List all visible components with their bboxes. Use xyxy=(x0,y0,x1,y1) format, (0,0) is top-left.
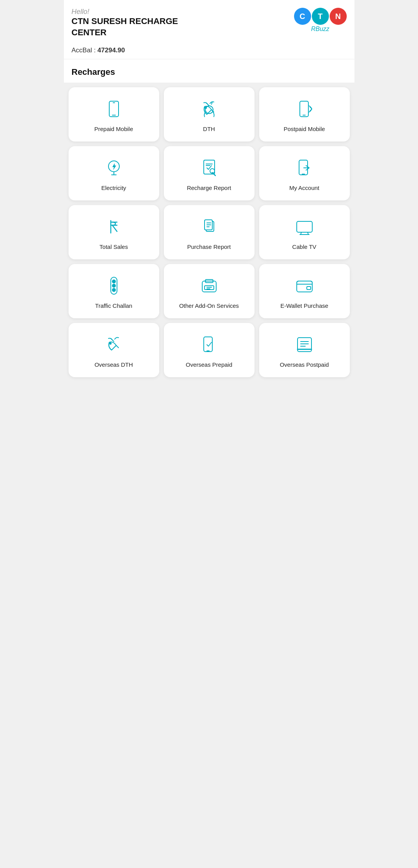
grid-item-cable-tv[interactable]: Cable TV xyxy=(259,205,350,259)
svg-point-36 xyxy=(112,288,115,292)
postpaid-mobile-label: Postpaid Mobile xyxy=(284,125,325,133)
services-grid: Prepaid Mobile DTH xyxy=(64,83,354,382)
overseas-postpaid-label: Overseas Postpaid xyxy=(280,361,329,369)
bottom-spacer xyxy=(64,382,354,390)
grid-item-electricity[interactable]: Electricity xyxy=(69,146,159,200)
my-account-icon xyxy=(294,157,315,179)
recharge-report-label: Recharge Report xyxy=(187,184,231,192)
overseas-dth-label: Overseas DTH xyxy=(95,361,133,369)
grid-item-other-addon[interactable]: Other Add-On Services xyxy=(164,264,255,318)
balance-label: AccBal : xyxy=(72,47,98,54)
balance-section: AccBal : 47294.90 xyxy=(64,42,354,59)
grid-item-dth[interactable]: DTH xyxy=(164,87,255,142)
svg-rect-29 xyxy=(297,221,312,232)
svg-line-44 xyxy=(116,345,119,348)
total-sales-label: Total Sales xyxy=(100,243,128,251)
total-sales-icon xyxy=(104,216,124,238)
prepaid-mobile-label: Prepaid Mobile xyxy=(94,125,133,133)
purchase-report-icon xyxy=(199,216,219,238)
svg-point-7 xyxy=(205,107,206,109)
grid-item-purchase-report[interactable]: Purchase Report xyxy=(164,205,255,259)
grid-item-traffic-challan[interactable]: Traffic Challan xyxy=(69,264,159,318)
postpaid-mobile-icon xyxy=(294,98,315,120)
svg-line-22 xyxy=(112,225,117,231)
electricity-icon xyxy=(104,157,124,179)
svg-rect-0 xyxy=(109,101,119,117)
logo-c: C xyxy=(294,8,311,25)
logo-n: N xyxy=(330,8,347,25)
electricity-label: Electricity xyxy=(101,184,126,192)
other-addon-label: Other Add-On Services xyxy=(179,302,239,310)
svg-point-34 xyxy=(112,280,115,283)
grid-item-overseas-prepaid[interactable]: Overseas Prepaid xyxy=(164,323,255,377)
overseas-dth-icon xyxy=(104,334,124,355)
traffic-challan-label: Traffic Challan xyxy=(95,302,132,310)
logo-container: C T N RBuzz xyxy=(294,8,347,33)
rbuzz-brand: RBuzz xyxy=(311,26,329,33)
recharges-section: Recharges xyxy=(64,59,354,83)
shop-name: CTN SURESH RECHARGE CENTER xyxy=(72,16,180,38)
ewallet-label: E-Wallet Purchase xyxy=(280,302,329,310)
purchase-report-label: Purchase Report xyxy=(187,243,231,251)
header-left: Hello! CTN SURESH RECHARGE CENTER xyxy=(72,8,180,38)
my-account-label: My Account xyxy=(289,184,320,192)
ewallet-icon xyxy=(294,275,315,297)
recharge-report-icon xyxy=(199,157,219,179)
dth-icon xyxy=(199,98,219,120)
balance-amount: 47294.90 xyxy=(98,47,125,54)
overseas-prepaid-icon xyxy=(199,334,219,355)
logo-circles: C T N xyxy=(294,8,347,25)
grid-item-total-sales[interactable]: Total Sales xyxy=(69,205,159,259)
logo-t: T xyxy=(312,8,329,25)
overseas-postpaid-icon xyxy=(294,334,315,355)
grid-item-recharge-report[interactable]: Recharge Report xyxy=(164,146,255,200)
header: Hello! CTN SURESH RECHARGE CENTER C T N … xyxy=(64,0,354,42)
svg-point-45 xyxy=(110,343,111,344)
grid-item-postpaid-mobile[interactable]: Postpaid Mobile xyxy=(259,87,350,142)
grid-item-prepaid-mobile[interactable]: Prepaid Mobile xyxy=(69,87,159,142)
grid-item-ewallet[interactable]: E-Wallet Purchase xyxy=(259,264,350,318)
svg-rect-43 xyxy=(307,286,311,290)
svg-point-35 xyxy=(112,284,115,287)
svg-rect-8 xyxy=(300,101,308,117)
grid-item-my-account[interactable]: My Account xyxy=(259,146,350,200)
section-title: Recharges xyxy=(70,66,348,83)
overseas-prepaid-label: Overseas Prepaid xyxy=(186,361,232,369)
other-addon-icon xyxy=(199,275,219,297)
prepaid-mobile-icon xyxy=(104,98,124,120)
cable-tv-label: Cable TV xyxy=(292,243,316,251)
dth-label: DTH xyxy=(203,125,215,133)
greeting-text: Hello! xyxy=(72,8,180,16)
cable-tv-icon xyxy=(294,216,315,238)
svg-rect-47 xyxy=(204,337,212,352)
grid-item-overseas-postpaid[interactable]: Overseas Postpaid xyxy=(259,323,350,377)
svg-rect-13 xyxy=(204,160,215,174)
traffic-challan-icon xyxy=(104,275,124,297)
grid-item-overseas-dth[interactable]: Overseas DTH xyxy=(69,323,159,377)
